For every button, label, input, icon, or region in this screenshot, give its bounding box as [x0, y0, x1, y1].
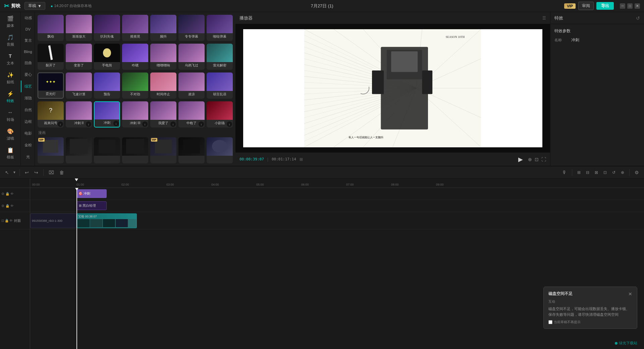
effect-manga-2[interactable] — [66, 137, 92, 163]
compare-button[interactable]: ⊡ — [535, 157, 539, 162]
play-button[interactable]: ▶ — [516, 155, 525, 164]
select-tool[interactable]: ↖ — [3, 169, 11, 176]
sidebar-item-media[interactable]: 🎬 媒体 — [0, 12, 20, 31]
lock-icon[interactable]: 🔒 — [5, 204, 9, 208]
download-icon[interactable]: ↓ — [86, 121, 91, 127]
effect-boshishun[interactable]: 扒到失魂 — [94, 15, 120, 41]
maximize-button[interactable]: □ — [627, 3, 633, 9]
effect-zhongqianle[interactable]: 中枪了 ↓ — [178, 101, 205, 128]
refresh-icon[interactable]: ↺ — [636, 15, 640, 21]
effect-niguangdeng[interactable]: ✦✦✦ 霓光灯 — [38, 72, 64, 99]
effect-manga-3[interactable] — [94, 137, 120, 163]
track-ctrl-6[interactable]: ⊕ — [619, 169, 626, 176]
gear-icon[interactable]: ⚙ — [1, 204, 4, 208]
zoom-fit-button[interactable]: ⊕ — [528, 157, 532, 162]
clip-heibaihuili[interactable]: ⊞ 黑白绘理 — [76, 201, 107, 210]
effect-huyanlianyu[interactable]: 胡言乱语 — [207, 72, 233, 99]
effect-zhuanzhuandanmu[interactable]: 专专弹幕 — [178, 15, 205, 41]
nav-donggan[interactable]: 动感 — [21, 12, 35, 24]
effect-wuyafei[interactable]: 乌鸦飞过 — [178, 44, 205, 70]
effect-woaile[interactable]: 我爱了 ↓ — [150, 101, 176, 128]
effect-chongci3[interactable]: 冲刺 III ↓ — [122, 101, 148, 128]
review-button[interactable]: 审阅 — [578, 2, 594, 10]
close-button[interactable]: ✕ — [635, 3, 640, 9]
effect-jianjianfangda[interactable]: 渐渐放大 — [66, 15, 92, 41]
effect-shoudiantong[interactable]: 手电筒 — [94, 44, 120, 70]
mic-button[interactable]: 🎙 — [560, 169, 569, 176]
nav-bling[interactable]: Bling — [21, 46, 35, 57]
effect-linliang[interactable]: 凌凉 — [178, 72, 205, 99]
sidebar-item-effects[interactable]: ⚡ 特效 — [0, 87, 20, 106]
menu-dropdown[interactable]: 草稿 ▼ — [24, 2, 45, 10]
notification-close-button[interactable]: ✕ — [628, 291, 632, 297]
undo-button[interactable]: ↩ — [23, 169, 31, 176]
effect-manga-7[interactable] — [207, 137, 233, 163]
track-ctrl-4[interactable]: ⊡ — [602, 169, 608, 176]
track-ctrl-1[interactable]: ⊞ — [576, 169, 582, 176]
download-icon[interactable]: ↓ — [142, 121, 148, 127]
nav-niuqu[interactable]: 扭曲 — [21, 57, 35, 69]
clip-video-main[interactable]: 宝格 00:38:07 — [76, 213, 137, 228]
export-button[interactable]: 导出 — [596, 2, 614, 10]
nav-jianyin[interactable]: 渐隐 — [21, 92, 35, 104]
nav-aixin[interactable]: 爱心 — [21, 69, 35, 81]
nav-touying[interactable]: 投影 — [21, 163, 35, 166]
effect-manga-4[interactable] — [122, 137, 148, 163]
download-icon[interactable]: ↓ — [170, 121, 176, 127]
tool-dropdown[interactable]: ▼ — [13, 170, 16, 174]
delete-button[interactable]: 🗑 — [58, 169, 66, 176]
download-icon[interactable]: ↓ — [58, 121, 63, 127]
effect-feisujisuan[interactable]: 飞速计算 — [66, 72, 92, 99]
sidebar-item-filter[interactable]: 🎨 滤镜 — [0, 125, 20, 144]
nav-guang[interactable]: 光 — [21, 151, 35, 163]
nav-biankuang[interactable]: 边框 — [21, 116, 35, 128]
nav-dv[interactable]: DV — [21, 24, 35, 35]
sidebar-item-template[interactable]: 📋 模板 — [0, 144, 20, 162]
effect-xiaojuchang[interactable]: 小剧场 ↓ — [207, 101, 233, 128]
effect-yingguangjiemi[interactable]: 萤光解密 — [207, 44, 233, 70]
effect-cengcengxiang[interactable]: 噌噌噌响 — [150, 44, 176, 70]
track-ctrl-3[interactable]: ⊠ — [593, 169, 600, 176]
sidebar-item-sticker[interactable]: ✨ 贴纸 — [0, 68, 20, 87]
nav-ziran[interactable]: 自然 — [21, 104, 35, 116]
track-ctrl-5[interactable]: ↺ — [610, 169, 617, 176]
sidebar-item-text[interactable]: T 文本 — [0, 50, 20, 68]
download-icon[interactable]: ↓ — [113, 121, 119, 126]
track-ctrl-2[interactable]: ⊟ — [584, 169, 591, 176]
clip-chongci[interactable]: 🎯 冲刺 — [76, 189, 107, 198]
nav-fugu[interactable]: 复古 — [21, 35, 35, 46]
effect-shijiantingzhi[interactable]: 时间停止 — [150, 72, 176, 99]
lock-icon[interactable]: 🔒 — [5, 219, 9, 222]
effect-piaodong[interactable]: 飘动 — [38, 15, 64, 41]
effect-padadadanmu[interactable]: 啪哒弹幕 — [207, 15, 233, 41]
effect-yaoyaohuang[interactable]: 摇摇晃 — [122, 15, 148, 41]
eye-icon[interactable]: 👁 — [9, 219, 13, 222]
effect-buduijin[interactable]: 不对劲 — [122, 72, 148, 99]
nav-jinfen[interactable]: 金粉 — [21, 139, 35, 151]
eye-icon[interactable]: 👁 — [10, 204, 14, 208]
effect-manga-1[interactable]: VIP — [38, 137, 64, 163]
download-icon[interactable]: ↓ — [227, 121, 232, 127]
effect-bianxingle[interactable]: 变形了 — [66, 44, 92, 70]
eye-icon[interactable]: 👁 — [10, 192, 14, 196]
effect-yugao[interactable]: 预告 — [94, 72, 120, 99]
dont-show-checkbox[interactable] — [548, 320, 552, 324]
lock-icon[interactable]: 🔒 — [5, 192, 9, 196]
effect-liekaile[interactable]: 裂开了 — [38, 44, 64, 70]
gear-icon[interactable]: ⚙ — [1, 192, 4, 196]
redo-button[interactable]: ↪ — [33, 169, 40, 176]
preview-menu-icon[interactable]: ☰ — [542, 16, 546, 20]
sidebar-item-transition[interactable]: ↔ 转场 — [0, 106, 20, 125]
split-button[interactable]: ⌧ — [47, 169, 56, 176]
fullscreen-button[interactable]: ⛶ — [541, 157, 546, 162]
vip-badge[interactable]: VIP — [564, 3, 576, 9]
video-icon[interactable]: ⊡ — [1, 219, 4, 222]
download-icon[interactable]: ↓ — [199, 121, 204, 127]
effect-chongci[interactable]: 冲刺 ↓ — [94, 101, 120, 128]
effect-chongci2[interactable]: 冲刺 II ↓ — [66, 101, 92, 128]
effect-manga-5[interactable]: VIP — [150, 137, 176, 163]
settings-button[interactable]: ⚙ — [633, 169, 641, 176]
effect-hualiwenhao[interactable]: ? 画来问号 ↓ — [38, 101, 64, 128]
effect-pindou[interactable]: 频抖 — [150, 15, 176, 41]
sidebar-item-audio[interactable]: 🎵 音频 — [0, 31, 20, 50]
